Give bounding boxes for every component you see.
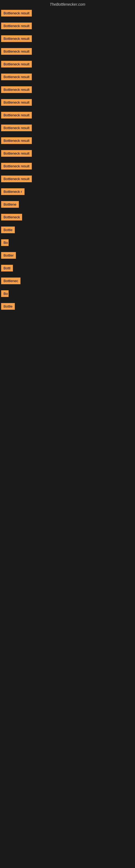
bottleneck-result-badge[interactable]: Bottle — [1, 226, 15, 233]
result-row-8: Bottleneck result — [0, 98, 135, 108]
result-row-12: Bottleneck result — [0, 149, 135, 159]
result-row-17: Bottleneck — [0, 213, 135, 223]
result-row-13: Bottleneck result — [0, 162, 135, 172]
bottleneck-result-badge[interactable]: Bottleneck result — [1, 99, 32, 106]
site-title: TheBottlenecker.com — [0, 0, 135, 8]
bottleneck-result-badge[interactable]: Bottleneck — [1, 214, 22, 220]
result-row-1: Bottleneck result — [0, 9, 135, 19]
results-container: Bottleneck resultBottleneck resultBottle… — [0, 8, 135, 316]
bottleneck-result-badge[interactable]: Bottleneck result — [1, 73, 32, 80]
bottleneck-result-badge[interactable]: Bottleneck result — [1, 137, 32, 144]
result-row-18: Bottle — [0, 225, 135, 236]
result-row-3: Bottleneck result — [0, 34, 135, 44]
bottleneck-result-badge[interactable]: Bottleneck result — [1, 61, 32, 67]
bottleneck-result-badge[interactable]: Bottleneck result — [1, 112, 32, 119]
result-row-10: Bottleneck result — [0, 123, 135, 133]
result-row-19: Bo — [0, 238, 135, 248]
bottleneck-result-badge[interactable]: Bottlene — [1, 201, 19, 208]
result-row-20: Bottler — [0, 251, 135, 261]
result-row-23: Bo — [0, 289, 135, 299]
bottleneck-result-badge[interactable]: Bottleneck result — [1, 124, 32, 131]
bottleneck-result-badge[interactable]: Bottle — [1, 303, 15, 310]
result-row-22: Bottlenec — [0, 276, 135, 286]
bottleneck-result-badge[interactable]: Bo — [1, 290, 9, 297]
result-row-6: Bottleneck result — [0, 72, 135, 83]
result-row-9: Bottleneck result — [0, 111, 135, 121]
result-row-2: Bottleneck result — [0, 22, 135, 31]
bottleneck-result-badge[interactable]: Bottler — [1, 252, 16, 259]
result-row-21: Bottl — [0, 264, 135, 274]
bottleneck-result-badge[interactable]: Bottleneck result — [1, 176, 32, 182]
bottleneck-result-badge[interactable]: Bottleneck result — [1, 35, 32, 42]
result-row-4: Bottleneck result — [0, 47, 135, 57]
result-row-15: Bottleneck r — [0, 187, 135, 197]
result-row-11: Bottleneck result — [0, 136, 135, 146]
bottleneck-result-badge[interactable]: Bottleneck result — [1, 150, 32, 157]
bottleneck-result-badge[interactable]: Bottleneck result — [1, 10, 32, 17]
result-row-7: Bottleneck result — [0, 85, 135, 95]
bottleneck-result-badge[interactable]: Bottlenec — [1, 278, 20, 284]
bottleneck-result-badge[interactable]: Bo — [1, 239, 9, 246]
site-header: TheBottlenecker.com — [0, 0, 135, 8]
bottleneck-result-badge[interactable]: Bottleneck result — [1, 23, 32, 29]
result-row-5: Bottleneck result — [0, 60, 135, 70]
bottleneck-result-badge[interactable]: Bottl — [1, 265, 13, 272]
bottleneck-result-badge[interactable]: Bottleneck result — [1, 86, 32, 93]
bottleneck-result-badge[interactable]: Bottleneck result — [1, 163, 32, 169]
result-row-16: Bottlene — [0, 200, 135, 210]
result-row-24: Bottle — [0, 302, 135, 312]
bottleneck-result-badge[interactable]: Bottleneck r — [1, 188, 25, 195]
bottleneck-result-badge[interactable]: Bottleneck result — [1, 48, 32, 55]
result-row-14: Bottleneck result — [0, 175, 135, 184]
